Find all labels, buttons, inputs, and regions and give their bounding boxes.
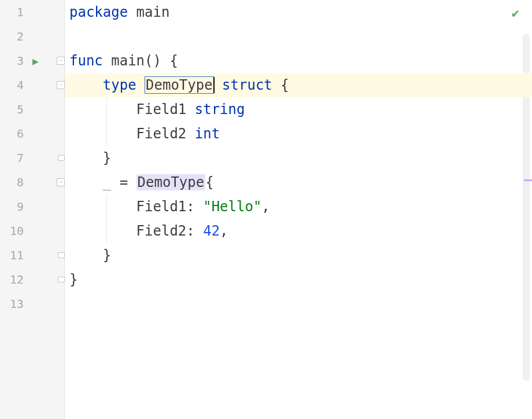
code-line[interactable] <box>65 24 532 49</box>
keyword: package <box>69 4 128 20</box>
brace: } <box>103 247 111 263</box>
field-label: Field1: <box>136 199 195 215</box>
indent-guide <box>106 194 107 219</box>
brace: { <box>169 53 178 69</box>
blank-ident: _ <box>103 174 111 190</box>
string-literal: "Hello" <box>203 199 261 215</box>
fold-end-icon[interactable] <box>58 252 65 258</box>
code-line[interactable]: Field2: 42, <box>65 219 532 243</box>
run-gutter-icon[interactable]: ▶ <box>32 55 39 67</box>
line-number: 13 <box>4 297 24 311</box>
line-number: 10 <box>4 224 24 238</box>
brace: } <box>103 150 111 166</box>
line-number: 2 <box>4 30 24 43</box>
line-number: 4 <box>4 78 24 92</box>
code-line[interactable]: Field1 string <box>65 97 532 122</box>
code-line[interactable]: func main() { <box>65 49 532 73</box>
brace: { <box>205 174 213 190</box>
package-name: main <box>136 4 170 20</box>
code-line[interactable]: package main <box>65 0 532 24</box>
eq: = <box>111 174 136 190</box>
type: string <box>195 101 245 117</box>
indent-guide <box>106 219 107 243</box>
code-line[interactable]: _ = DemoType{ <box>65 170 532 194</box>
line-number: 7 <box>4 151 24 165</box>
line-number: 9 <box>4 200 24 214</box>
keyword: func <box>69 53 103 69</box>
code-line[interactable]: } <box>65 243 532 267</box>
code-text-area[interactable]: ✔ package main func main() { type DemoTy… <box>65 0 532 419</box>
gutter: 1 2 3 ▶ 4 5 6 7 8 9 10 11 12 13 <box>0 0 65 419</box>
fold-toggle-icon[interactable] <box>57 178 65 186</box>
field-name: Field2 <box>136 126 187 142</box>
line-number: 8 <box>4 175 24 189</box>
comma: , <box>220 223 228 239</box>
comma: , <box>261 199 269 215</box>
line-number: 12 <box>4 273 24 286</box>
type-usage[interactable]: DemoType <box>136 174 206 190</box>
line-number: 6 <box>4 127 24 141</box>
fold-toggle-icon[interactable] <box>57 57 65 65</box>
line-number: 1 <box>4 5 24 19</box>
code-line[interactable]: Field2 int <box>65 122 532 146</box>
keyword: type <box>103 77 136 93</box>
indent-guide <box>106 97 107 122</box>
code-line[interactable]: Field1: "Hello", <box>65 194 532 219</box>
field-name: Field1 <box>136 101 187 117</box>
code-line-current[interactable]: type DemoType struct { <box>65 73 532 97</box>
fold-end-icon[interactable] <box>58 277 65 282</box>
fold-toggle-icon[interactable] <box>57 81 65 89</box>
code-editor[interactable]: 1 2 3 ▶ 4 5 6 7 8 9 10 11 12 13 <box>0 0 532 419</box>
keyword: struct <box>222 77 272 93</box>
line-number: 5 <box>4 102 24 116</box>
field-label: Field2: <box>136 223 195 239</box>
func-name: main <box>111 53 145 69</box>
line-number: 3 <box>4 54 24 68</box>
parens: () <box>145 53 161 69</box>
brace: } <box>69 271 77 288</box>
line-number: 11 <box>4 248 24 262</box>
type: int <box>195 126 220 142</box>
code-line[interactable] <box>65 292 532 316</box>
fold-end-icon[interactable] <box>58 155 65 161</box>
indent-guide <box>106 122 107 146</box>
code-line[interactable]: } <box>65 146 532 170</box>
number-literal: 42 <box>203 223 220 239</box>
code-line[interactable]: } <box>65 267 532 292</box>
type-name-selected[interactable]: DemoType <box>145 76 214 94</box>
brace: { <box>280 77 289 93</box>
